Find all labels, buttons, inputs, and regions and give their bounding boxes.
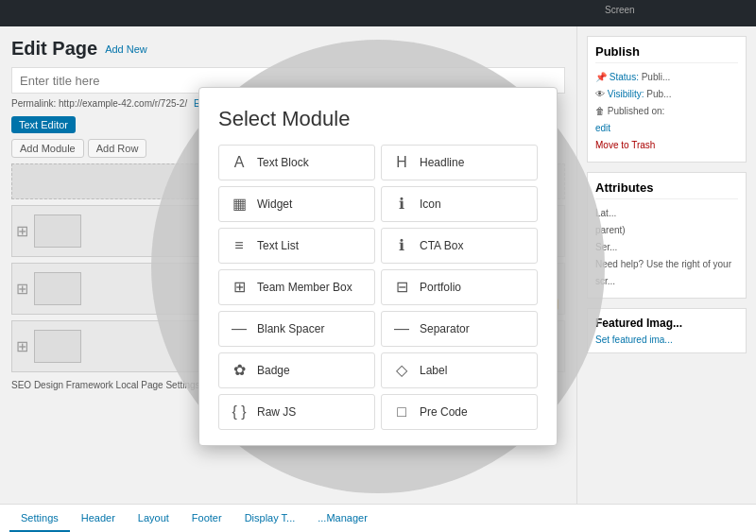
select-module-modal: Select Module AText BlockHHeadline▦Widge… (198, 87, 558, 446)
permalink-label: Permalink: (11, 98, 56, 109)
module-icon-portfolio: ⊟ (391, 277, 412, 298)
module-item-cta-box[interactable]: ℹCTA Box (381, 228, 538, 264)
module-icon-icon: ℹ (391, 194, 412, 215)
module-item-blank-spacer[interactable]: —Blank Spacer (218, 311, 375, 347)
module-item-icon[interactable]: ℹIcon (381, 186, 538, 222)
module-item-badge[interactable]: ✿Badge (218, 352, 375, 388)
settings-tab-settings[interactable]: Settings (9, 505, 70, 532)
module-item-text-list[interactable]: ≡Text List (218, 228, 375, 264)
module-item-raw-js[interactable]: { }Raw JS (218, 394, 375, 430)
text-editor-btn[interactable]: Text Editor (11, 116, 76, 133)
move-trash-link[interactable]: Move to Trash (595, 140, 655, 150)
page-title: Edit Page (11, 38, 97, 60)
row-icon-3: ⊞ (16, 337, 28, 355)
module-label-text-block: Text Block (257, 156, 309, 169)
module-icon-text-list: ≡ (229, 235, 249, 256)
visibility-row: 👁 Visibility: Pub... (595, 86, 738, 103)
module-icon-widget: ▦ (229, 194, 249, 215)
module-label-widget: Widget (257, 197, 292, 211)
attributes-title: Attributes (595, 180, 738, 199)
featured-title: Featured Imag... (595, 317, 738, 330)
help-row: Need help? Use the right of your scr... (595, 256, 738, 290)
module-label-raw-js: Raw JS (257, 405, 296, 419)
module-icon-team-member-box: ⊞ (229, 277, 249, 298)
published-row: 🗑 Published on: (595, 103, 738, 120)
lat-row: Lat... (595, 205, 738, 222)
attributes-box: Attributes Lat... parent) Ser... Need he… (587, 172, 747, 299)
edit-page-header: Edit Page Add New (11, 38, 565, 60)
add-module-button[interactable]: Add Module (11, 139, 84, 158)
module-item-widget[interactable]: ▦Widget (218, 186, 375, 222)
module-grid: AText BlockHHeadline▦WidgetℹIcon≡Text Li… (218, 145, 538, 430)
row-content-2 (34, 272, 81, 305)
module-label-text-list: Text List (257, 239, 299, 252)
featured-box: Featured Imag... Set featured ima... (587, 308, 747, 353)
module-label-team-member-box: Team Member Box (257, 281, 352, 294)
module-label-pre-code: Pre Code (420, 405, 468, 419)
row-icon-1: ⊞ (16, 222, 28, 240)
set-featured-link[interactable]: Set featured ima... (595, 335, 673, 345)
module-icon-raw-js: { } (229, 402, 249, 422)
settings-bar: Settings Header Layout Footer Display T.… (0, 504, 756, 532)
module-icon-cta-box: ℹ (391, 235, 412, 256)
parent-row: parent) (595, 222, 738, 239)
status-row: 📌 Status: Publi... (595, 69, 738, 86)
settings-tab-display[interactable]: Display T... (233, 505, 307, 532)
permalink-url: http://example-42.com/r/725-2/ (59, 98, 187, 109)
module-label-portfolio: Portfolio (420, 281, 461, 294)
module-icon-headline: H (391, 152, 412, 173)
module-item-text-block[interactable]: AText Block (218, 145, 375, 180)
module-icon-pre-code: □ (391, 402, 412, 422)
edit-link[interactable]: edit (595, 123, 610, 133)
settings-tab-layout[interactable]: Layout (127, 505, 180, 532)
settings-tab-manager[interactable]: ...Manager (306, 505, 379, 532)
module-label-headline: Headline (420, 156, 464, 169)
row-content-1 (34, 215, 81, 248)
module-icon-blank-spacer: — (229, 318, 249, 339)
add-row-button[interactable]: Add Row (88, 139, 147, 158)
module-icon-label: ◇ (391, 360, 412, 381)
module-item-team-member-box[interactable]: ⊞Team Member Box (218, 269, 375, 305)
admin-bar: Screen (0, 0, 756, 26)
module-item-portfolio[interactable]: ⊟Portfolio (381, 269, 538, 305)
ser-row: Ser... (595, 239, 738, 256)
module-icon-text-block: A (229, 152, 249, 173)
module-icon-badge: ✿ (229, 360, 249, 381)
screen-options-text: Screen (0, 5, 635, 15)
module-label-separator: Separator (420, 322, 470, 335)
publish-box: Publish 📌 Status: Publi... 👁 Visibility:… (587, 36, 747, 163)
module-label-cta-box: CTA Box (420, 239, 463, 252)
module-item-pre-code[interactable]: □Pre Code (381, 394, 538, 430)
module-item-headline[interactable]: HHeadline (381, 145, 538, 180)
publish-info: 📌 Status: Publi... 👁 Visibility: Pub... … (595, 69, 738, 154)
module-label-label: Label (420, 364, 447, 377)
publish-title: Publish (595, 44, 738, 63)
settings-tab-footer[interactable]: Footer (180, 505, 233, 532)
module-icon-separator: — (391, 318, 412, 339)
modal-title: Select Module (218, 107, 538, 131)
row-content-3 (34, 330, 81, 363)
module-label-blank-spacer: Blank Spacer (257, 322, 324, 335)
module-item-label[interactable]: ◇Label (381, 352, 538, 388)
add-new-link[interactable]: Add New (105, 43, 147, 55)
settings-tab-header[interactable]: Header (70, 505, 127, 532)
row-icon-2: ⊞ (16, 280, 28, 298)
module-label-icon: Icon (420, 197, 441, 211)
module-label-badge: Badge (257, 364, 290, 377)
module-item-separator[interactable]: —Separator (381, 311, 538, 347)
